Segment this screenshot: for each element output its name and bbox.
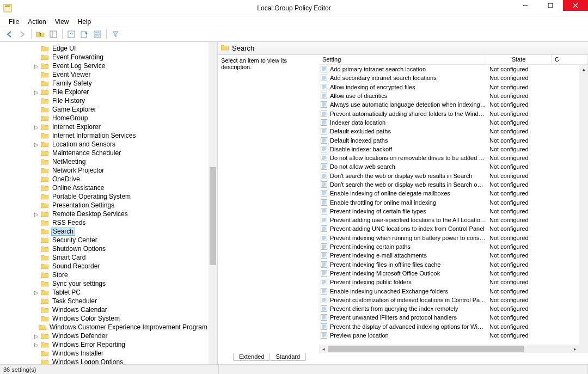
show-hide-tree-button[interactable] (47, 28, 59, 40)
tree-node[interactable]: Windows Calendar (0, 305, 209, 314)
column-header-state[interactable]: State (486, 55, 552, 64)
tree-node[interactable]: Smart Card (0, 253, 209, 262)
setting-row[interactable]: Prevent customization of indexed locatio… (319, 296, 579, 304)
tree-node[interactable]: ▷File Explorer (0, 88, 209, 96)
tree-node[interactable]: Store (0, 271, 209, 279)
column-header-setting[interactable]: Setting (319, 55, 486, 64)
tree-node[interactable]: Network Projector (0, 166, 209, 175)
back-button[interactable] (3, 28, 15, 40)
tree-scrollbar[interactable] (209, 42, 217, 364)
expander-icon[interactable]: ▷ (33, 63, 40, 69)
tree-node[interactable]: Shutdown Options (0, 244, 209, 253)
setting-row[interactable]: Allow indexing of encrypted filesNot con… (319, 83, 579, 91)
tree-node[interactable]: Search (0, 227, 209, 236)
setting-row[interactable]: Preview pane locationNot configured (319, 331, 579, 340)
scroll-right-icon[interactable]: ▸ (571, 345, 579, 353)
setting-row[interactable]: Indexer data locationNot configured (319, 118, 579, 127)
setting-row[interactable]: Prevent the display of advanced indexing… (319, 322, 579, 331)
expander-icon[interactable]: ▷ (33, 211, 40, 217)
tree-node[interactable]: Portable Operating System (0, 192, 209, 201)
tree-node[interactable]: ▷Internet Explorer (0, 122, 209, 131)
setting-row[interactable]: Enable indexing of online delegate mailb… (319, 189, 579, 198)
up-folder-button[interactable] (34, 28, 46, 40)
tree-node[interactable]: Windows Customer Experience Improvement … (0, 323, 209, 332)
setting-row[interactable]: Add primary intranet search locationNot … (319, 65, 579, 73)
setting-row[interactable]: Do not allow locations on removable driv… (319, 154, 579, 162)
setting-row[interactable]: Always use automatic language detection … (319, 100, 579, 109)
tree-node[interactable]: Internet Information Services (0, 131, 209, 140)
tree-node[interactable]: ▷Remote Desktop Services (0, 210, 209, 218)
expander-icon[interactable]: ▷ (33, 142, 40, 148)
setting-row[interactable]: Prevent adding user-specified locations … (319, 216, 579, 224)
setting-row[interactable]: Allow use of diacriticsNot configured (319, 91, 579, 100)
setting-row[interactable]: Prevent indexing files in offline files … (319, 260, 579, 269)
setting-row[interactable]: Default excluded pathsNot configured (319, 127, 579, 136)
close-button[interactable] (563, 0, 588, 11)
setting-row[interactable]: Prevent indexing Microsoft Office Outloo… (319, 269, 579, 278)
hscroll-thumb[interactable] (328, 346, 524, 352)
tree-node[interactable]: Windows Color System (0, 314, 209, 323)
tree-node[interactable]: NetMeeting (0, 157, 209, 166)
scroll-up-icon[interactable]: ▴ (579, 65, 588, 73)
expander-icon[interactable]: ▷ (33, 290, 40, 296)
setting-row[interactable]: Prevent indexing e-mail attachmentsNot c… (319, 251, 579, 260)
setting-row[interactable]: Prevent indexing of certain file typesNo… (319, 207, 579, 216)
tree-node[interactable]: ▷Tablet PC (0, 288, 209, 297)
setting-row[interactable]: Prevent indexing when running on battery… (319, 234, 579, 242)
expander-icon[interactable]: ▷ (33, 333, 40, 339)
tree-node[interactable]: Windows Installer (0, 349, 209, 358)
setting-row[interactable]: Add secondary intranet search locationsN… (319, 73, 579, 82)
tree-node[interactable]: ▷Event Log Service (0, 62, 209, 70)
menu-action[interactable]: Action (23, 17, 50, 27)
tree-node[interactable]: Sound Recorder (0, 262, 209, 271)
setting-row[interactable]: Prevent adding UNC locations to index fr… (319, 224, 579, 233)
tree-node[interactable]: ▷Windows Defender (0, 332, 209, 340)
setting-row[interactable]: Prevent unwanted iFilters and protocol h… (319, 313, 579, 322)
tree-node[interactable]: File History (0, 96, 209, 105)
tree-node[interactable]: RSS Feeds (0, 218, 209, 227)
tree-node[interactable]: Online Assistance (0, 183, 209, 192)
filter-button[interactable] (109, 28, 121, 40)
menu-file[interactable]: File (4, 17, 23, 27)
setting-row[interactable]: Prevent clients from querying the index … (319, 304, 579, 313)
setting-row[interactable]: Enable throttling for online mail indexi… (319, 198, 579, 206)
setting-row[interactable]: Don't search the web or display web resu… (319, 180, 579, 189)
properties-button[interactable] (91, 28, 103, 40)
tree-node[interactable]: OneDrive (0, 175, 209, 183)
tree-node[interactable]: Edge UI (0, 44, 209, 53)
tree-node[interactable]: Sync your settings (0, 279, 209, 288)
expander-icon[interactable]: ▷ (33, 124, 40, 130)
tree-node[interactable]: ▷Location and Sensors (0, 140, 209, 149)
tree-node[interactable]: Maintenance Scheduler (0, 149, 209, 157)
tree-node[interactable]: HomeGroup (0, 114, 209, 122)
expander-icon[interactable]: ▷ (33, 89, 40, 95)
tab-extended[interactable]: Extended (233, 353, 270, 361)
column-header-comment[interactable]: C (552, 55, 588, 64)
setting-row[interactable]: Prevent automatically adding shared fold… (319, 109, 579, 118)
list-vertical-scrollbar[interactable]: ▴ (579, 65, 588, 345)
tree-scrollbar-thumb[interactable] (210, 167, 216, 265)
tree-node[interactable]: Game Explorer (0, 105, 209, 114)
maximize-button[interactable] (538, 0, 563, 11)
setting-row[interactable]: Prevent indexing public foldersNot confi… (319, 278, 579, 286)
expander-icon[interactable]: ▷ (33, 342, 40, 348)
setting-row[interactable]: Default indexed pathsNot configured (319, 136, 579, 144)
tab-standard[interactable]: Standard (270, 353, 306, 361)
tree-node[interactable]: Event Viewer (0, 70, 209, 79)
setting-row[interactable]: Don't search the web or display web resu… (319, 171, 579, 180)
setting-row[interactable]: Prevent indexing certain pathsNot config… (319, 242, 579, 251)
forward-button[interactable] (16, 28, 28, 40)
menu-view[interactable]: View (51, 17, 74, 27)
export-button[interactable] (78, 28, 90, 40)
refresh-button[interactable] (65, 28, 77, 40)
scroll-left-icon[interactable]: ◂ (319, 345, 328, 353)
setting-row[interactable]: Do not allow web searchNot configured (319, 162, 579, 171)
tree-node[interactable]: Presentation Settings (0, 201, 209, 210)
tree-node[interactable]: ▷Windows Error Reporting (0, 340, 209, 349)
tree-node[interactable]: Task Scheduler (0, 297, 209, 305)
menu-help[interactable]: Help (74, 17, 96, 27)
tree-node[interactable]: Windows Logon Options (0, 358, 209, 364)
setting-row[interactable]: Disable indexer backoffNot configured (319, 145, 579, 154)
minimize-button[interactable] (513, 0, 538, 11)
list-horizontal-scrollbar[interactable]: ◂ ▸ (319, 345, 579, 353)
